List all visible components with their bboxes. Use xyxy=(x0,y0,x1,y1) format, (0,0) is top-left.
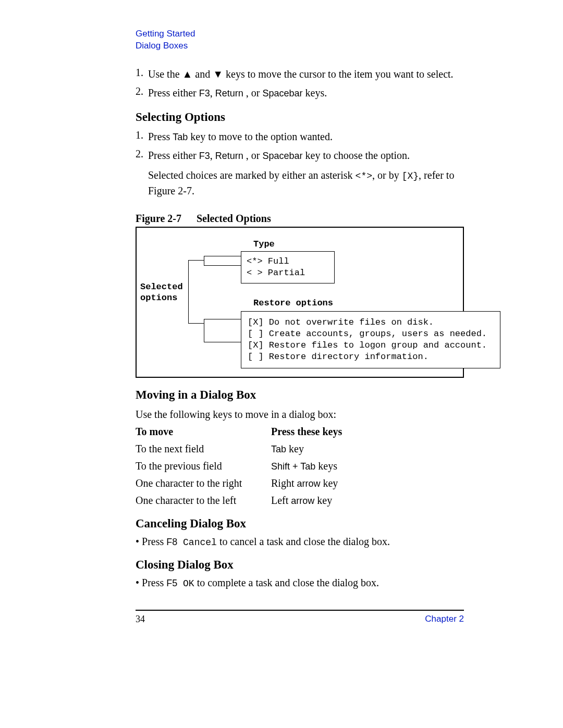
type-option-full: <*> Full xyxy=(247,256,329,267)
selecting-options-heading: Selecting Options xyxy=(136,110,464,124)
breadcrumb: Getting Started Dialog Boxes xyxy=(136,28,464,52)
connector-line xyxy=(204,319,241,342)
step-number: 2. xyxy=(136,148,148,202)
intro-steps: 1. Use the ▲ and ▼ keys to move the curs… xyxy=(136,67,464,100)
page-number: 34 xyxy=(136,614,145,625)
step-text: Press Tab key to move to the option want… xyxy=(148,129,464,144)
restore-option: [X] Do not overwrite files on disk. xyxy=(248,317,494,328)
type-option-partial: < > Partial xyxy=(247,267,329,279)
selecting-steps: 1. Press Tab key to move to the option w… xyxy=(136,129,464,202)
table-header: Press these keys xyxy=(271,426,464,438)
type-options-box: <*> Full < > Partial xyxy=(241,251,335,283)
up-arrow-icon: ▲ xyxy=(182,68,193,80)
down-arrow-icon: ▼ xyxy=(213,68,223,80)
closing-list: Press F5 OK to complete a task and close… xyxy=(136,577,464,589)
step-text: Use the ▲ and ▼ keys to move the cursor … xyxy=(148,67,464,81)
table-row: One character to the left Left arrow key xyxy=(136,495,464,507)
list-item: Press F5 OK to complete a task and close… xyxy=(136,577,464,589)
restore-option: [ ] Create accounts, groups, users as ne… xyxy=(248,328,494,340)
type-heading: Type xyxy=(253,239,275,249)
page-footer: 34 Chapter 2 xyxy=(136,614,464,625)
step-text: Press either F3, Return , or Spacebar ke… xyxy=(148,85,464,100)
step-number: 1. xyxy=(136,129,148,144)
step-text: Press either F3, Return , or Spacebar ke… xyxy=(148,148,464,202)
step-note: Selected choices are marked by either an… xyxy=(148,168,464,198)
figure-caption: Figure 2-7 Selected Options xyxy=(136,213,464,228)
figure-title: Selected Options xyxy=(197,213,271,224)
step-number: 1. xyxy=(136,67,148,81)
restore-heading: Restore options xyxy=(253,298,333,308)
footer-rule xyxy=(136,610,464,611)
restore-options-box: [X] Do not overwrite files on disk. [ ] … xyxy=(241,311,500,368)
breadcrumb-1[interactable]: Getting Started xyxy=(136,28,464,40)
step-number: 2. xyxy=(136,85,148,100)
table-header: To move xyxy=(136,426,271,438)
connector-line xyxy=(204,256,241,266)
breadcrumb-2[interactable]: Dialog Boxes xyxy=(136,40,464,52)
table-row: To the next field Tab key xyxy=(136,443,464,455)
moving-heading: Moving in a Dialog Box xyxy=(136,388,464,402)
table-row: One character to the right Right arrow k… xyxy=(136,477,464,489)
canceling-heading: Canceling Dialog Box xyxy=(136,517,464,530)
restore-option: [X] Restore files to logon group and acc… xyxy=(248,340,494,351)
figure-label: Figure 2-7 xyxy=(136,213,194,225)
closing-heading: Closing Dialog Box xyxy=(136,558,464,572)
canceling-list: Press F8 Cancel to cancel a task and clo… xyxy=(136,536,464,548)
restore-option: [ ] Restore directory information. xyxy=(248,351,494,363)
figure-2-7: Selected options Type <*> Full < > Parti… xyxy=(136,228,464,378)
figure-side-label: Selected options xyxy=(140,281,183,304)
chapter-link[interactable]: Chapter 2 xyxy=(425,614,464,625)
moving-intro: Use the following keys to move in a dial… xyxy=(136,407,464,422)
list-item: Press F8 Cancel to cancel a task and clo… xyxy=(136,536,464,548)
key-table: To move Press these keys To the next fie… xyxy=(136,426,464,507)
connector-line xyxy=(188,260,204,324)
table-row: To the previous field Shift + Tab keys xyxy=(136,460,464,472)
